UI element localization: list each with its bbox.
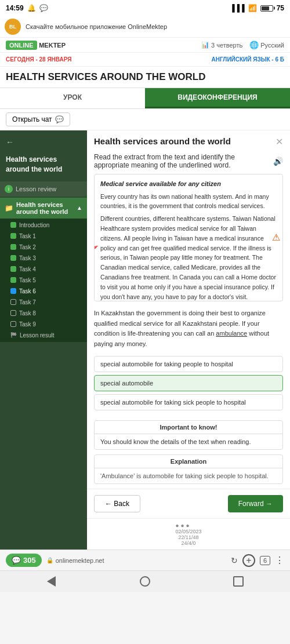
nav-home-button[interactable] [136, 576, 154, 587]
task-active-icon [10, 288, 16, 294]
answer-option-1[interactable]: special automobile for taking people to … [94, 356, 283, 372]
home-circle-icon [140, 576, 150, 587]
warning-icon: ⚠ [272, 230, 280, 245]
info-box-content: You should know the details of the text … [95, 434, 282, 449]
paragraph-1: Every country has its own national healt… [100, 192, 277, 212]
reading-text-box: Medical service available for any citize… [94, 174, 283, 301]
text-box-title: Medical service available for any citize… [100, 179, 277, 190]
sidebar-item-task8[interactable]: Task 8 [0, 308, 87, 319]
chat-count-bubble[interactable]: 💬 305 [6, 554, 42, 567]
task-done-icon [10, 255, 16, 261]
banner-text: Скачайте мобильное приложение OnlineMekt… [26, 23, 167, 30]
context-text: In Kazakhstan the government is doing th… [87, 306, 290, 354]
task-done-icon [10, 266, 16, 272]
quarter-label: 📊 3 четверть [201, 41, 242, 49]
explanation-content: 'Ambulance' is automobile for taking sic… [95, 468, 282, 483]
lesson-review-header[interactable]: i Lesson review [0, 181, 87, 197]
battery-icon [260, 5, 273, 12]
open-chat-button[interactable]: Открыть чат 💬 [6, 112, 70, 126]
back-button[interactable]: ← Back [94, 495, 140, 512]
answer-option-3[interactable]: special automobile for taking sick peopl… [94, 394, 283, 410]
sidebar: ← Health services around the world i Les… [0, 130, 87, 550]
answer-options: special automobile for taking people to … [87, 354, 290, 416]
explanation-header: Explanation [95, 455, 282, 468]
chat-count: 305 [23, 556, 36, 565]
time-display: 14:59 [6, 4, 24, 12]
page-title: HEALTH SERVICES AROUND THE WORLD [0, 67, 290, 88]
chevron-icon: ▲ [77, 205, 82, 211]
forward-button[interactable]: Forward → [228, 495, 283, 512]
folder-icon: 📁 [5, 204, 13, 212]
tab-lesson[interactable]: УРОК [0, 88, 145, 108]
sidebar-item-task2[interactable]: Task 2 [0, 242, 87, 253]
progress-num-2: 22/11/48 [175, 534, 201, 540]
sidebar-item-task4[interactable]: Task 4 [0, 264, 87, 275]
health-services-header[interactable]: 📁 Health services around the world ▲ [0, 198, 87, 219]
nav-recent-button[interactable] [230, 576, 247, 587]
sidebar-section-lesson-review[interactable]: i Lesson review [0, 181, 87, 197]
answer-option-2[interactable]: special automobile [94, 375, 283, 391]
system-nav-bar [0, 570, 290, 592]
signal-icon: ▐▐▐ [230, 4, 245, 12]
open-chat-bar: Открыть чат 💬 [0, 109, 290, 130]
url-bar[interactable]: 🔒 onlinemektep.net [46, 557, 226, 564]
language-selector[interactable]: 🌐 Русский [249, 41, 284, 49]
sidebar-item-task6[interactable]: Task 6 [0, 286, 87, 297]
underlined-word: ambulance [216, 330, 247, 337]
add-tab-button[interactable]: + [242, 554, 255, 567]
chat-bubble-icon: 💬 [12, 556, 21, 565]
lock-icon: 🔒 [46, 557, 53, 563]
progress-dots: ●●● [175, 522, 201, 529]
task-done-icon [10, 244, 16, 250]
top-banner[interactable]: BL Скачайте мобильное приложение OnlineM… [0, 16, 290, 38]
sidebar-item-task5[interactable]: Task 5 [0, 275, 87, 286]
progress-num-3: 24/4/0 [175, 540, 201, 546]
sidebar-item-lesson-result[interactable]: 🏁 Lesson result [0, 330, 87, 341]
content-area: Health services around the world ✕ Read … [87, 130, 290, 550]
nav-bar: ONLINE MEKTEP 📊 3 четверть 🌐 Русский [0, 38, 290, 53]
refresh-button[interactable]: ↻ [231, 556, 238, 565]
back-triangle-icon [47, 576, 56, 587]
content-header: Health services around the world ✕ [87, 130, 290, 151]
tab-videoconference[interactable]: ВИДЕОКОНФЕРЕНЦИЯ [145, 88, 290, 108]
sidebar-back-button[interactable]: ← [0, 135, 87, 151]
instruction-text: Read the extract from the text and ident… [94, 153, 270, 169]
recent-square-icon [233, 576, 244, 587]
nav-right: 📊 3 четверть 🌐 Русский [201, 41, 284, 49]
lesson-review-label: Lesson review [16, 185, 56, 192]
nav-back-button[interactable] [43, 576, 60, 587]
task-done-icon [10, 233, 16, 239]
battery-level: 75 [277, 4, 284, 12]
sidebar-item-introduction[interactable]: Introduction [0, 220, 87, 231]
nav-buttons: ← Back Forward → [87, 489, 290, 518]
sidebar-title: Health services around the world [0, 151, 87, 180]
sidebar-item-task7[interactable]: Task 7 [0, 297, 87, 308]
course-subject: АНГЛИЙСКИЙ ЯЗЫК - 6 Б [212, 56, 285, 63]
whatsapp-icon: 💬 [39, 4, 48, 12]
more-menu-button[interactable]: ⋮ [275, 555, 284, 566]
bottom-actions: ↻ + 6 ⋮ [231, 554, 284, 567]
task-none-icon [10, 321, 16, 327]
tab-count[interactable]: 6 [260, 556, 270, 565]
task-done-icon [10, 277, 16, 283]
sound-icon[interactable]: 🔊 [273, 157, 283, 166]
url-text: onlinemektep.net [56, 557, 104, 564]
progress-indicator: ●●● 02/05/2023 22/11/48 24/4/0 [87, 518, 290, 550]
app-logo: BL [5, 19, 21, 35]
content-title: Health services around the world [94, 136, 231, 146]
info-box: Important to know! You should know the d… [94, 420, 283, 450]
close-button[interactable]: ✕ [276, 136, 283, 147]
sidebar-item-task1[interactable]: Task 1 [0, 231, 87, 242]
progress-num-1: 02/05/2023 [175, 529, 201, 534]
course-date: СЕГОДНЯ - 28 ЯНВАРЯ [6, 56, 71, 63]
task-none-icon [10, 299, 16, 305]
site-logo: ONLINE MEKTEP [6, 41, 66, 49]
task-none-icon [10, 310, 16, 316]
health-services-label: Health services around the world [16, 201, 74, 215]
sidebar-item-task3[interactable]: Task 3 [0, 253, 87, 264]
sidebar-item-task9[interactable]: Task 9 [0, 319, 87, 330]
sidebar-section-health-services[interactable]: 📁 Health services around the world ▲ Int… [0, 198, 87, 342]
wifi-icon: 📶 [248, 4, 257, 12]
content-instruction: Read the extract from the text and ident… [87, 151, 290, 174]
chat-icon: 💬 [55, 115, 64, 123]
